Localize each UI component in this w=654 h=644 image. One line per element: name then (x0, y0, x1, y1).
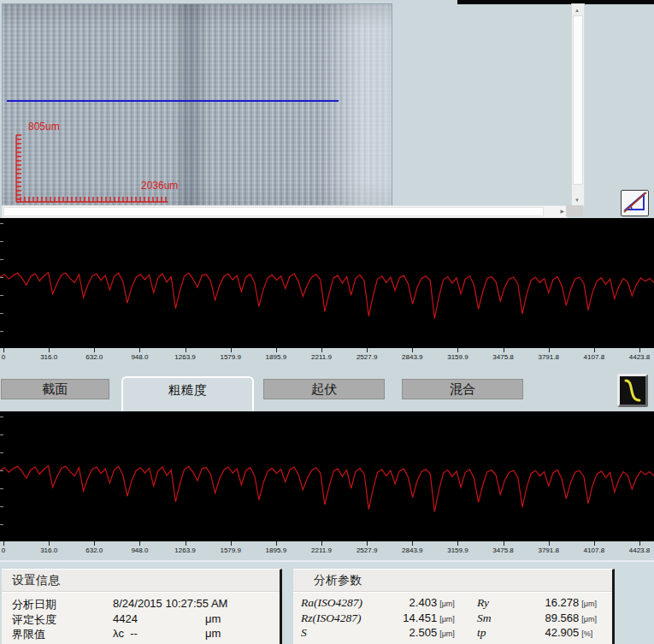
analysis-panel-title: 分析参数 (293, 570, 612, 592)
settings-rows: 分析日期8/24/2015 10:27:55 AM评定长度4424μm界限值λc… (2, 592, 280, 644)
scrollbar-corner (566, 205, 583, 216)
x-tick-label: 4107.8 (584, 353, 604, 361)
x-tick (3, 541, 4, 546)
x-tick-label: 316.0 (40, 353, 57, 361)
x-tick-label: 4423.8 (629, 547, 650, 554)
x-tick-label: 948.0 (131, 547, 148, 554)
scroll-right-icon[interactable]: ▶ (560, 209, 564, 214)
filter-curve-icon (620, 376, 645, 405)
x-tick (367, 541, 368, 546)
x-tick-label: 3791.8 (538, 353, 558, 361)
ruler-path (16, 135, 168, 202)
settings-unit: μm (205, 612, 221, 625)
param-row: Rz(ISO4287)14.451[μm]Sm89.568[μm] (293, 612, 612, 627)
param-unit: [μm] (437, 615, 477, 623)
x-tick (231, 348, 232, 352)
horizontal-scroll-thumb[interactable] (3, 207, 544, 216)
settings-row: 分析日期8/24/2015 10:27:55 AM (2, 596, 280, 612)
x-tick (639, 348, 640, 352)
x-tick-label: 2527.9 (356, 353, 377, 361)
param-unit: [μm] (437, 600, 477, 608)
x-tick (3, 348, 4, 352)
x-tick (549, 348, 550, 352)
x-tick (186, 541, 186, 546)
x-tick-label: 948.0 (131, 353, 148, 361)
x-tick-label: 4423.8 (629, 353, 650, 361)
param-unit: [μm] (579, 600, 612, 608)
angle-profile-icon (623, 192, 647, 214)
chart-x-axis-bottom: 0316.0632.0948.01263.91579.91895.92211.9… (0, 541, 654, 560)
info-section: 设置信息 分析日期8/24/2015 10:27:55 AM评定长度4424μm… (0, 560, 654, 644)
param-row: Ra(ISO4287)2.403[μm]Ry16.278[μm] (293, 596, 612, 612)
x-tick-label: 1895.9 (266, 353, 286, 361)
x-tick (412, 348, 413, 352)
settings-panel-title: 设置信息 (2, 570, 280, 592)
settings-value: 4424 (113, 612, 138, 625)
param-value: 89.568 (525, 612, 580, 624)
x-tick (94, 541, 95, 546)
x-tick-label: 1263.9 (174, 547, 195, 554)
x-tick (504, 541, 504, 546)
x-tick-label: 1263.9 (174, 353, 195, 361)
settings-info-panel: 设置信息 分析日期8/24/2015 10:27:55 AM评定长度4424μm… (2, 569, 282, 644)
roughness-analysis-window: 805um 2036um ▲ ▼ ▶ 0316.0632.0948.01263.… (0, 0, 654, 644)
horizontal-scrollbar[interactable]: ▶ (2, 205, 568, 218)
x-tick (412, 541, 413, 546)
tab-roughness[interactable]: 粗糙度 (121, 376, 254, 411)
x-tick-label: 3159.9 (447, 547, 468, 554)
settings-row: λ (2, 641, 280, 644)
x-tick-label: 4107.8 (584, 547, 604, 554)
scroll-down-icon[interactable]: ▼ (574, 198, 580, 203)
scroll-up-icon[interactable]: ▲ (574, 8, 580, 13)
param-unit: [μm] (579, 615, 612, 623)
settings-row: 界限值λc --μm (2, 626, 280, 641)
microscope-image-view[interactable]: 805um 2036um (2, 3, 392, 206)
x-tick-label: 3159.9 (447, 353, 468, 361)
x-tick (639, 541, 640, 546)
tab-section[interactable]: 截面 (1, 379, 109, 399)
measure-rulers (3, 4, 392, 205)
x-tick (276, 348, 277, 352)
profile-chart-bottom (0, 411, 654, 541)
tab-waviness[interactable]: 起伏 (263, 379, 385, 399)
x-tick-label: 3475.8 (492, 353, 513, 361)
chart-x-axis-top: 0316.0632.0948.01263.91579.91895.92211.9… (0, 348, 654, 367)
x-tick-label: 0 (2, 353, 5, 361)
x-tick-label: 3475.8 (492, 547, 513, 554)
x-tick (549, 541, 550, 546)
x-tick-label: 316.0 (40, 547, 57, 554)
x-tick (367, 348, 368, 352)
x-tick (186, 348, 186, 352)
param-value: 14.451 (392, 612, 437, 624)
param-value: 16.278 (525, 596, 580, 609)
param-unit: [μm] (437, 629, 477, 638)
x-tick (594, 541, 595, 546)
x-tick (594, 348, 595, 352)
settings-value: 8/24/2015 10:27:55 AM (113, 597, 227, 610)
vertical-scale-label: 805um (28, 121, 60, 133)
param-name: Sm (477, 612, 525, 625)
filter-settings-button[interactable] (617, 374, 648, 407)
vertical-scrollbar[interactable]: ▲ ▼ (571, 3, 585, 207)
analysis-params-panel: 分析参数 Ra(ISO4287)2.403[μm]Ry16.278[μm]Rz(… (293, 569, 615, 644)
analysis-rows: Ra(ISO4287)2.403[μm]Ry16.278[μm]Rz(ISO42… (293, 592, 612, 641)
param-name: S (301, 626, 392, 640)
param-unit: [%] (579, 629, 612, 638)
x-tick-label: 1895.9 (266, 547, 286, 554)
x-tick (504, 348, 504, 352)
profile-measure-button[interactable] (621, 190, 649, 216)
settings-label: 分析日期 (12, 597, 56, 612)
param-value: 2.403 (392, 596, 437, 609)
vertical-scroll-thumb[interactable] (573, 15, 583, 185)
x-tick (231, 541, 232, 546)
x-tick-label: 1579.9 (220, 353, 240, 361)
x-tick-label: 2843.9 (402, 353, 422, 361)
x-tick (276, 541, 277, 546)
param-name: Rz(ISO4287) (301, 612, 392, 625)
x-tick (457, 348, 458, 352)
x-tick-label: 2843.9 (402, 547, 422, 554)
settings-value: λc -- (113, 627, 138, 640)
tab-mixed[interactable]: 混合 (402, 379, 523, 399)
x-tick (49, 348, 50, 352)
x-tick (139, 541, 140, 546)
